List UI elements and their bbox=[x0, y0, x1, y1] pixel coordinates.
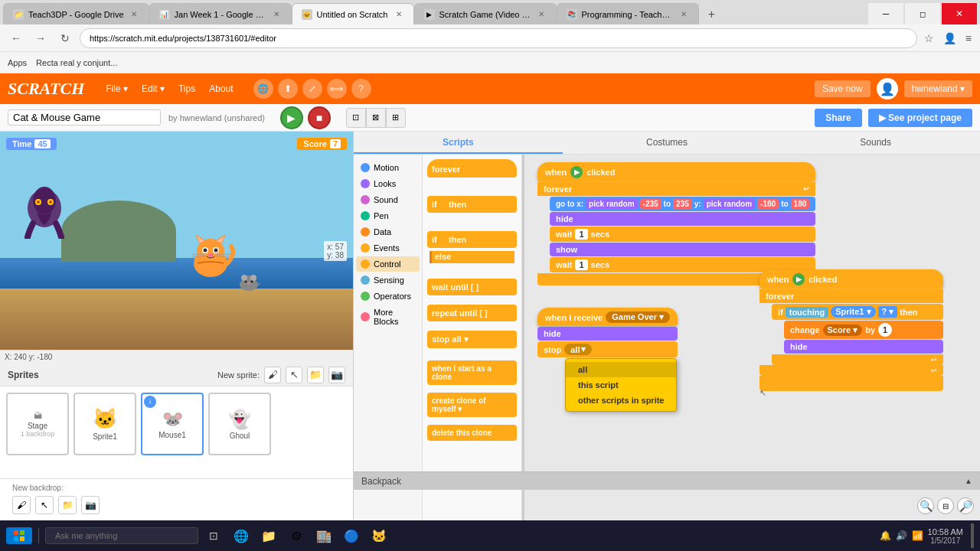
settings-icon-button[interactable]: ⚙ bbox=[284, 523, 309, 548]
divider-handle[interactable] bbox=[522, 155, 524, 520]
bookmark-star-icon[interactable]: ☆ bbox=[922, 30, 936, 47]
tab-2[interactable]: 📊 Jan Week 1 - Google Sh... ✕ bbox=[149, 3, 292, 24]
start-button[interactable] bbox=[6, 527, 32, 544]
file-menu-button[interactable]: File ▾ bbox=[100, 80, 134, 97]
backdrop-paint-button[interactable]: 🖌 bbox=[12, 496, 31, 514]
scratch-icon-button[interactable]: 🐱 bbox=[367, 523, 391, 548]
zoom-in-button[interactable]: 🔎 bbox=[957, 497, 974, 514]
paint-sprite-button[interactable]: 🖌 bbox=[264, 367, 281, 383]
taskbar-clock[interactable]: 10:58 AM 1/5/2017 bbox=[928, 527, 963, 545]
stage-canvas[interactable]: Score 7 Time 45 x: 57 y: 38 bbox=[0, 132, 353, 350]
folder-sprite-button[interactable]: 📁 bbox=[307, 367, 324, 383]
edit-menu-button[interactable]: Edit ▾ bbox=[136, 80, 171, 97]
tab-4[interactable]: ▶ Scratch Game (Video 2)... ✕ bbox=[414, 3, 557, 24]
tab-sounds[interactable]: Sounds bbox=[771, 132, 980, 154]
tab-4-close[interactable]: ✕ bbox=[536, 9, 547, 20]
view-expand-button[interactable]: ⊠ bbox=[366, 108, 386, 128]
category-data[interactable]: Data bbox=[356, 224, 420, 240]
tab-3[interactable]: 🐱 Untitled on Scratch ✕ bbox=[292, 3, 414, 24]
tab-5[interactable]: 📚 Programming - Teach3D... ✕ bbox=[557, 3, 699, 24]
chrome-icon-button[interactable]: 🔵 bbox=[339, 523, 364, 548]
taskbar-notification-icon[interactable]: 🔔 bbox=[880, 530, 891, 541]
stop-all-block[interactable]: stop all ▾ bbox=[427, 331, 517, 348]
file-explorer-icon-button[interactable]: 📁 bbox=[256, 523, 281, 548]
show-block[interactable]: show bbox=[550, 243, 815, 256]
user-menu-button[interactable]: hwnewland ▾ bbox=[904, 80, 972, 97]
recta-bookmark[interactable]: Recta real y conjunt... bbox=[36, 58, 117, 67]
tab-2-close[interactable]: ✕ bbox=[271, 9, 282, 20]
tab-3-close[interactable]: ✕ bbox=[394, 9, 404, 20]
project-title-input[interactable] bbox=[8, 109, 161, 126]
view-fullscreen-button[interactable]: ⊞ bbox=[386, 108, 406, 128]
wait1-block[interactable]: wait 1 secs bbox=[550, 227, 815, 242]
scripts-canvas[interactable]: when ▶ clicked forever ↩ go to bbox=[522, 155, 980, 520]
help-icon-button[interactable]: ? bbox=[351, 79, 371, 99]
see-project-button[interactable]: ▶ See project page bbox=[868, 109, 972, 127]
tab-1[interactable]: 📁 Teach3DP - Google Drive ✕ bbox=[3, 3, 149, 24]
stage-thumb[interactable]: 🏔 Stage 1 backdrop bbox=[6, 393, 69, 455]
category-pen[interactable]: Pen bbox=[356, 208, 420, 223]
stop-block[interactable]: stop all ▾ all bbox=[537, 341, 678, 357]
store-icon-button[interactable]: 🏬 bbox=[312, 523, 336, 548]
stop-option-this-script[interactable]: this script bbox=[566, 377, 676, 393]
goto-random-block[interactable]: go to x: pick random -235 to 235 y: pick… bbox=[550, 197, 815, 211]
backdrop-folder-button[interactable]: 📁 bbox=[58, 496, 77, 514]
category-motion[interactable]: Motion bbox=[356, 160, 420, 175]
category-events[interactable]: Events bbox=[356, 240, 420, 256]
when-clicked-hat-1[interactable]: when ▶ clicked bbox=[537, 162, 815, 181]
taskbar-network-icon[interactable]: 📶 bbox=[912, 530, 923, 541]
tab-scripts[interactable]: Scripts bbox=[354, 132, 563, 154]
when-clicked-hat-2[interactable]: when ▶ clicked bbox=[760, 269, 943, 289]
stop-option-all[interactable]: all bbox=[566, 362, 676, 377]
cursor-sprite-button[interactable]: ↖ bbox=[286, 367, 302, 383]
upload-icon-button[interactable]: ⬆ bbox=[278, 79, 298, 99]
extension-icon[interactable]: 👤 bbox=[941, 30, 959, 47]
refresh-button[interactable]: ↻ bbox=[55, 28, 75, 48]
close-button[interactable]: ✕ bbox=[942, 3, 977, 24]
task-view-button[interactable]: ⊡ bbox=[201, 523, 226, 548]
hide-block-2[interactable]: hide bbox=[537, 327, 678, 341]
minimize-button[interactable]: ─ bbox=[868, 3, 903, 24]
resize-icon-button[interactable]: ⟺ bbox=[327, 79, 347, 99]
about-button[interactable]: About bbox=[203, 80, 239, 97]
wait-until-block[interactable]: wait until [ ] bbox=[427, 279, 517, 295]
scratch-logo[interactable]: SCRATCH bbox=[8, 79, 84, 99]
category-looks[interactable]: Looks bbox=[356, 176, 420, 191]
when-clone-block[interactable]: when I start as a clone bbox=[427, 360, 517, 385]
forever-block[interactable]: forever bbox=[427, 159, 517, 178]
cat-sprite[interactable] bbox=[184, 231, 237, 293]
ghoul-thumb[interactable]: 👻 Ghoul bbox=[208, 393, 271, 455]
maximize-button[interactable]: ◻ bbox=[905, 3, 940, 24]
create-clone-block[interactable]: create clone of myself ▾ bbox=[427, 393, 517, 417]
edge-icon-button[interactable]: 🌐 bbox=[229, 523, 253, 548]
backdrop-camera-button[interactable]: 📷 bbox=[81, 496, 100, 514]
ghoul-sprite[interactable] bbox=[21, 185, 67, 248]
zoom-reset-button[interactable]: ⊟ bbox=[937, 497, 954, 514]
category-operators[interactable]: Operators bbox=[356, 289, 420, 304]
if-then-else-block[interactable]: if then bbox=[427, 231, 517, 248]
apps-bookmark[interactable]: Apps bbox=[8, 58, 27, 67]
when-receive-hat[interactable]: when I receive Game Over ▾ bbox=[537, 308, 678, 326]
tab-5-close[interactable]: ✕ bbox=[678, 9, 689, 20]
camera-sprite-button[interactable]: 📷 bbox=[328, 367, 345, 383]
if-touching-block[interactable]: if touching Sprite1 ▾ ? ▾ then bbox=[772, 304, 943, 320]
view-normal-button[interactable]: ⊡ bbox=[346, 108, 366, 128]
repeat-until-block[interactable]: repeat until [ ] bbox=[427, 305, 517, 321]
stop-dropdown-trigger[interactable]: all ▾ bbox=[564, 344, 592, 355]
url-input[interactable] bbox=[80, 28, 917, 48]
mouse1-thumb[interactable]: 🐭 Mouse1 i bbox=[141, 393, 204, 455]
fullscreen-icon-button[interactable]: ⤢ bbox=[302, 79, 322, 99]
save-now-button[interactable]: Save now bbox=[815, 80, 871, 97]
hide-block-1[interactable]: hide bbox=[550, 212, 815, 226]
category-sound[interactable]: Sound bbox=[356, 192, 420, 207]
sprite1-thumb[interactable]: 🐱 Sprite1 bbox=[74, 393, 136, 455]
taskbar-search-input[interactable] bbox=[45, 527, 198, 544]
backdrop-cursor-button[interactable]: ↖ bbox=[35, 496, 54, 514]
forever-block-1[interactable]: forever ↩ bbox=[537, 182, 815, 196]
mouse-sprite[interactable] bbox=[237, 273, 260, 295]
stop-option-other-scripts[interactable]: other scripts in sprite bbox=[566, 393, 676, 408]
tips-button[interactable]: Tips bbox=[172, 80, 201, 97]
green-flag-button[interactable]: ▶ bbox=[280, 106, 303, 129]
zoom-out-button[interactable]: 🔍 bbox=[917, 497, 934, 514]
delete-clone-block[interactable]: delete this clone bbox=[427, 425, 517, 441]
